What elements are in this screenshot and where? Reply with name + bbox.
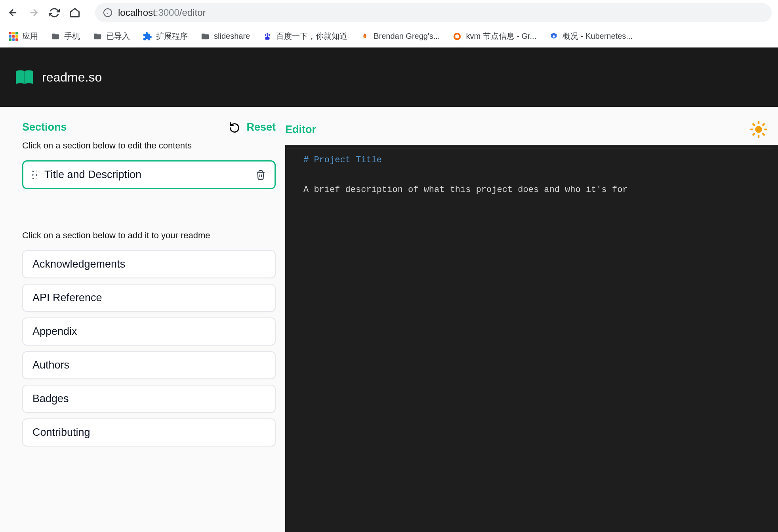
folder-icon: [200, 32, 210, 41]
folder-icon: [51, 32, 60, 41]
folder-icon: [93, 32, 102, 41]
bookmark-kvm[interactable]: kvm 节点信息 - Gr...: [452, 31, 536, 42]
sections-heading: Sections: [22, 121, 67, 133]
workspace: Sections Reset Click on a section below …: [0, 107, 778, 532]
bookmarks-bar: 应用 手机 已导入 扩展程序 slideshare 百度一下，你就知道 Br: [0, 25, 778, 48]
reset-icon: [229, 122, 240, 133]
nav-back-button[interactable]: [6, 6, 20, 19]
svg-point-6: [267, 35, 268, 36]
info-icon[interactable]: [103, 8, 113, 17]
url-bar[interactable]: localhost:3000/editor: [95, 3, 772, 22]
instruction-add: Click on a section below to add it to yo…: [22, 230, 276, 241]
app-header: readme.so: [0, 48, 778, 107]
svg-point-4: [267, 33, 268, 34]
section-card-contributing[interactable]: Contributing: [22, 418, 276, 446]
kubernetes-icon: [549, 32, 559, 41]
baidu-icon: [263, 32, 272, 41]
section-card-badges[interactable]: Badges: [22, 385, 276, 413]
extension-icon: [143, 32, 152, 41]
nav-reload-button[interactable]: [48, 6, 61, 19]
home-icon: [69, 7, 80, 18]
editor-line-heading: # Project Title: [285, 153, 778, 167]
section-card-active[interactable]: Title and Description: [22, 160, 276, 189]
editor-heading: Editor: [285, 124, 316, 136]
flame-icon: [360, 32, 370, 41]
arrow-left-icon: [8, 7, 19, 18]
svg-point-11: [755, 126, 762, 133]
section-card-appendix[interactable]: Appendix: [22, 317, 276, 346]
trash-icon[interactable]: [256, 170, 266, 180]
url-text: localhost:3000/editor: [118, 7, 206, 18]
bookmark-mobile[interactable]: 手机: [51, 31, 80, 42]
section-card-authors[interactable]: Authors: [22, 351, 276, 379]
bookmark-apps[interactable]: 应用: [9, 31, 38, 42]
arrow-right-icon: [28, 7, 39, 18]
svg-line-18: [753, 134, 754, 135]
bookmark-extensions[interactable]: 扩展程序: [143, 31, 188, 42]
browser-toolbar: localhost:3000/editor: [0, 0, 778, 25]
code-editor[interactable]: # Project Title A brief description of w…: [285, 145, 778, 532]
reset-button[interactable]: Reset: [229, 121, 276, 133]
app-logo-icon: [14, 68, 35, 86]
svg-point-5: [269, 34, 270, 36]
reload-icon: [49, 7, 60, 18]
svg-line-15: [763, 134, 764, 135]
section-label: Title and Description: [44, 169, 248, 181]
editor-line-desc: A brief description of what this project…: [285, 182, 778, 197]
bookmark-brendan[interactable]: Brendan Gregg's...: [360, 32, 440, 41]
svg-point-3: [265, 34, 266, 36]
bookmark-kubernetes[interactable]: 概况 - Kubernetes...: [549, 31, 633, 42]
bookmark-baidu[interactable]: 百度一下，你就知道: [263, 31, 347, 42]
apps-icon: [9, 32, 18, 41]
svg-line-19: [763, 124, 764, 125]
drag-handle-icon[interactable]: [32, 171, 37, 179]
bookmark-slideshare[interactable]: slideshare: [200, 32, 250, 41]
nav-forward-button[interactable]: [27, 6, 40, 19]
bookmark-imported[interactable]: 已导入: [93, 31, 130, 42]
sections-sidebar: Sections Reset Click on a section below …: [0, 107, 285, 532]
sun-icon[interactable]: [750, 121, 767, 138]
section-card-api-reference[interactable]: API Reference: [22, 284, 276, 312]
svg-line-14: [753, 124, 754, 125]
editor-blank-line: [285, 167, 778, 182]
nav-home-button[interactable]: [68, 6, 82, 19]
instruction-edit: Click on a section below to edit the con…: [22, 141, 276, 151]
section-card-acknowledgements[interactable]: Acknowledgements: [22, 250, 276, 278]
svg-point-7: [553, 35, 555, 38]
app-title: readme.so: [42, 70, 102, 85]
grafana-icon: [452, 32, 462, 41]
editor-area: Editor # Project Title A brief descripti…: [285, 107, 778, 532]
